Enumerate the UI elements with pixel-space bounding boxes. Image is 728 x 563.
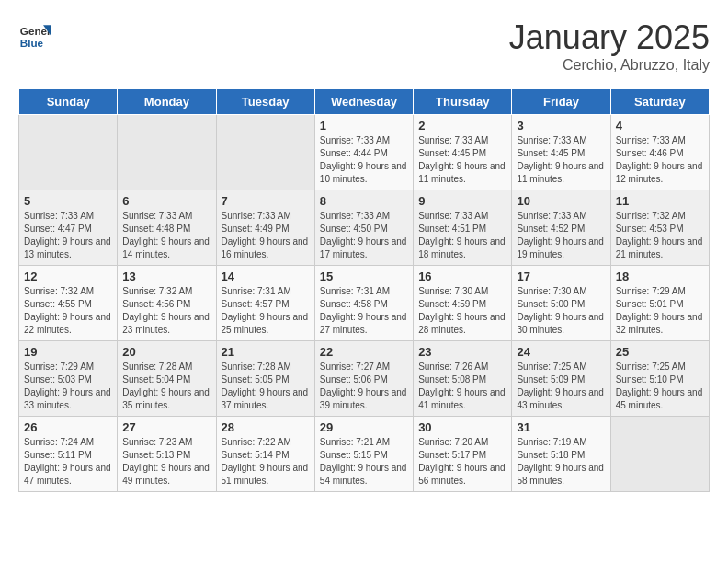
day-cell: 24Sunrise: 7:25 AM Sunset: 5:09 PM Dayli… <box>512 341 610 417</box>
day-number: 23 <box>418 345 506 359</box>
day-number: 16 <box>418 270 506 283</box>
day-number: 19 <box>24 345 112 359</box>
day-cell <box>610 417 709 492</box>
column-header-thursday: Thursday <box>414 89 512 115</box>
calendar-title: January 2025 <box>509 18 710 57</box>
day-cell: 14Sunrise: 7:31 AM Sunset: 4:57 PM Dayli… <box>216 266 314 341</box>
day-info: Sunrise: 7:33 AM Sunset: 4:50 PM Dayligh… <box>320 210 408 261</box>
day-info: Sunrise: 7:33 AM Sunset: 4:45 PM Dayligh… <box>418 134 506 186</box>
svg-text:Blue: Blue <box>20 37 44 49</box>
day-number: 31 <box>517 420 605 434</box>
day-info: Sunrise: 7:33 AM Sunset: 4:48 PM Dayligh… <box>122 210 210 261</box>
day-info: Sunrise: 7:29 AM Sunset: 5:01 PM Dayligh… <box>616 285 704 337</box>
day-cell: 9Sunrise: 7:33 AM Sunset: 4:51 PM Daylig… <box>414 190 512 266</box>
page-header: General Blue January 2025 Cerchio, Abruz… <box>18 18 710 74</box>
calendar-table: SundayMondayTuesdayWednesdayThursdayFrid… <box>18 88 710 492</box>
week-row-1: 1Sunrise: 7:33 AM Sunset: 4:44 PM Daylig… <box>19 115 710 190</box>
day-info: Sunrise: 7:28 AM Sunset: 5:04 PM Dayligh… <box>122 361 210 412</box>
day-number: 24 <box>517 345 605 359</box>
day-info: Sunrise: 7:24 AM Sunset: 5:11 PM Dayligh… <box>24 436 112 488</box>
day-cell <box>216 115 314 190</box>
day-info: Sunrise: 7:20 AM Sunset: 5:17 PM Dayligh… <box>418 436 506 488</box>
day-info: Sunrise: 7:23 AM Sunset: 5:13 PM Dayligh… <box>122 436 210 488</box>
calendar-subtitle: Cerchio, Abruzzo, Italy <box>509 57 710 74</box>
day-info: Sunrise: 7:32 AM Sunset: 4:53 PM Dayligh… <box>616 210 704 261</box>
day-cell: 4Sunrise: 7:33 AM Sunset: 4:46 PM Daylig… <box>610 115 709 190</box>
day-number: 17 <box>517 270 605 283</box>
day-cell: 7Sunrise: 7:33 AM Sunset: 4:49 PM Daylig… <box>216 190 314 266</box>
day-cell: 1Sunrise: 7:33 AM Sunset: 4:44 PM Daylig… <box>314 115 413 190</box>
day-cell: 23Sunrise: 7:26 AM Sunset: 5:08 PM Dayli… <box>414 341 512 417</box>
day-info: Sunrise: 7:31 AM Sunset: 4:58 PM Dayligh… <box>320 285 408 337</box>
day-info: Sunrise: 7:22 AM Sunset: 5:14 PM Dayligh… <box>222 436 310 488</box>
day-cell <box>19 115 118 190</box>
title-block: January 2025 Cerchio, Abruzzo, Italy <box>509 18 710 74</box>
day-number: 21 <box>222 345 310 359</box>
day-cell: 18Sunrise: 7:29 AM Sunset: 5:01 PM Dayli… <box>610 266 709 341</box>
day-cell: 25Sunrise: 7:25 AM Sunset: 5:10 PM Dayli… <box>610 341 709 417</box>
day-number: 1 <box>320 119 408 132</box>
day-number: 26 <box>24 420 112 434</box>
logo: General Blue <box>18 18 51 52</box>
day-number: 4 <box>616 119 704 132</box>
day-cell: 20Sunrise: 7:28 AM Sunset: 5:04 PM Dayli… <box>118 341 216 417</box>
day-info: Sunrise: 7:21 AM Sunset: 5:15 PM Dayligh… <box>320 436 408 488</box>
day-info: Sunrise: 7:31 AM Sunset: 4:57 PM Dayligh… <box>222 285 310 337</box>
column-header-tuesday: Tuesday <box>216 89 314 115</box>
day-info: Sunrise: 7:33 AM Sunset: 4:47 PM Dayligh… <box>24 210 112 261</box>
day-number: 25 <box>616 345 704 359</box>
week-row-2: 5Sunrise: 7:33 AM Sunset: 4:47 PM Daylig… <box>19 190 710 266</box>
day-info: Sunrise: 7:33 AM Sunset: 4:51 PM Dayligh… <box>418 210 506 261</box>
day-cell: 27Sunrise: 7:23 AM Sunset: 5:13 PM Dayli… <box>118 417 216 492</box>
day-info: Sunrise: 7:33 AM Sunset: 4:44 PM Dayligh… <box>320 134 408 186</box>
day-number: 8 <box>320 194 408 208</box>
day-cell: 3Sunrise: 7:33 AM Sunset: 4:45 PM Daylig… <box>512 115 610 190</box>
day-info: Sunrise: 7:33 AM Sunset: 4:46 PM Dayligh… <box>616 134 704 186</box>
day-number: 11 <box>616 194 704 208</box>
day-cell: 15Sunrise: 7:31 AM Sunset: 4:58 PM Dayli… <box>314 266 413 341</box>
day-cell: 30Sunrise: 7:20 AM Sunset: 5:17 PM Dayli… <box>414 417 512 492</box>
day-number: 22 <box>320 345 408 359</box>
day-number: 10 <box>517 194 605 208</box>
day-info: Sunrise: 7:33 AM Sunset: 4:45 PM Dayligh… <box>517 134 605 186</box>
day-number: 6 <box>122 194 210 208</box>
day-cell: 12Sunrise: 7:32 AM Sunset: 4:55 PM Dayli… <box>19 266 118 341</box>
day-cell: 5Sunrise: 7:33 AM Sunset: 4:47 PM Daylig… <box>19 190 118 266</box>
day-cell: 6Sunrise: 7:33 AM Sunset: 4:48 PM Daylig… <box>118 190 216 266</box>
logo-icon: General Blue <box>18 18 51 52</box>
day-cell: 8Sunrise: 7:33 AM Sunset: 4:50 PM Daylig… <box>314 190 413 266</box>
day-cell: 26Sunrise: 7:24 AM Sunset: 5:11 PM Dayli… <box>19 417 118 492</box>
day-cell <box>118 115 216 190</box>
day-cell: 10Sunrise: 7:33 AM Sunset: 4:52 PM Dayli… <box>512 190 610 266</box>
day-cell: 16Sunrise: 7:30 AM Sunset: 4:59 PM Dayli… <box>414 266 512 341</box>
day-number: 20 <box>122 345 210 359</box>
column-header-saturday: Saturday <box>610 89 709 115</box>
day-cell: 28Sunrise: 7:22 AM Sunset: 5:14 PM Dayli… <box>216 417 314 492</box>
day-cell: 17Sunrise: 7:30 AM Sunset: 5:00 PM Dayli… <box>512 266 610 341</box>
column-header-monday: Monday <box>118 89 216 115</box>
day-info: Sunrise: 7:27 AM Sunset: 5:06 PM Dayligh… <box>320 361 408 412</box>
day-number: 14 <box>222 270 310 283</box>
day-info: Sunrise: 7:30 AM Sunset: 5:00 PM Dayligh… <box>517 285 605 337</box>
day-info: Sunrise: 7:30 AM Sunset: 4:59 PM Dayligh… <box>418 285 506 337</box>
day-info: Sunrise: 7:33 AM Sunset: 4:49 PM Dayligh… <box>222 210 310 261</box>
day-info: Sunrise: 7:32 AM Sunset: 4:55 PM Dayligh… <box>24 285 112 337</box>
day-cell: 22Sunrise: 7:27 AM Sunset: 5:06 PM Dayli… <box>314 341 413 417</box>
column-header-friday: Friday <box>512 89 610 115</box>
day-cell: 31Sunrise: 7:19 AM Sunset: 5:18 PM Dayli… <box>512 417 610 492</box>
day-info: Sunrise: 7:29 AM Sunset: 5:03 PM Dayligh… <box>24 361 112 412</box>
day-number: 5 <box>24 194 112 208</box>
day-number: 2 <box>418 119 506 132</box>
day-cell: 29Sunrise: 7:21 AM Sunset: 5:15 PM Dayli… <box>314 417 413 492</box>
calendar-header-row: SundayMondayTuesdayWednesdayThursdayFrid… <box>19 89 710 115</box>
column-header-wednesday: Wednesday <box>314 89 413 115</box>
day-number: 28 <box>222 420 310 434</box>
day-info: Sunrise: 7:32 AM Sunset: 4:56 PM Dayligh… <box>122 285 210 337</box>
day-number: 13 <box>122 270 210 283</box>
day-info: Sunrise: 7:26 AM Sunset: 5:08 PM Dayligh… <box>418 361 506 412</box>
day-number: 29 <box>320 420 408 434</box>
day-number: 30 <box>418 420 506 434</box>
day-number: 18 <box>616 270 704 283</box>
day-cell: 13Sunrise: 7:32 AM Sunset: 4:56 PM Dayli… <box>118 266 216 341</box>
day-info: Sunrise: 7:25 AM Sunset: 5:10 PM Dayligh… <box>616 361 704 412</box>
